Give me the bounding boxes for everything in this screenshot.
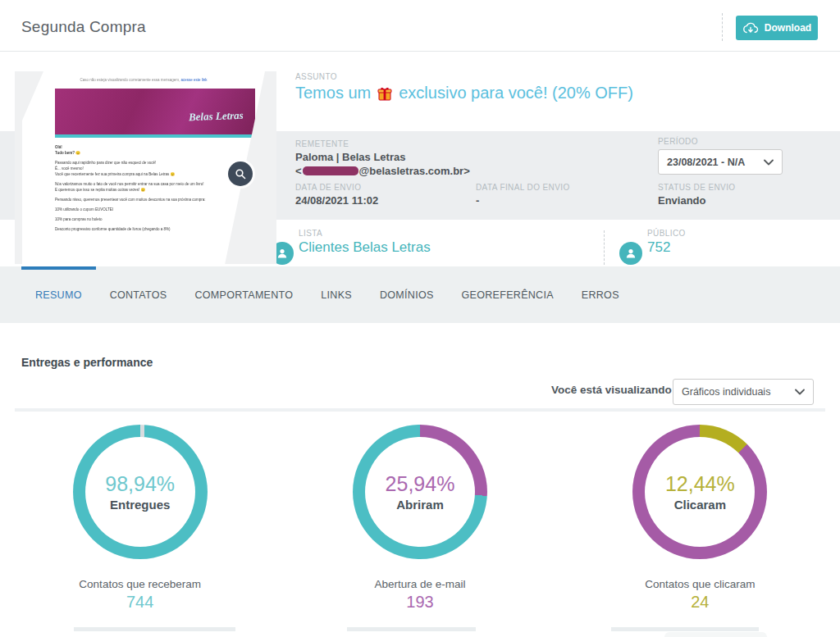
opened-label: Abriram	[396, 498, 444, 512]
next-section-peek	[664, 632, 767, 637]
viewing-label: Você está visualizando	[551, 384, 672, 396]
report-tabbar: RESUMO CONTATOS COMPORTAMENTO LINKS DOMÍ…	[0, 266, 840, 323]
opened-stat-value: 193	[374, 593, 465, 612]
send-date-value: 24/08/2021 11:02	[295, 194, 378, 207]
preview-body: Olá! Tudo bem? 🙂 Passando aqui rapidinho…	[55, 144, 242, 232]
next-section-peek	[347, 627, 476, 631]
opened-percentage: 25,94%	[386, 472, 455, 496]
delivered-stat: Contatos que receberam 744	[79, 578, 201, 612]
tab-erros[interactable]: ERROS	[568, 266, 633, 323]
chart-view-select[interactable]: Gráficos individuais	[673, 379, 814, 405]
sender-email-open: <	[295, 165, 302, 177]
preview-line: Pensando nisso, queremos presentear você…	[55, 197, 242, 202]
clicked-stat-label: Contatos que clicaram	[645, 578, 755, 590]
end-date-block: DATA FINAL DO ENVIO -	[476, 183, 570, 207]
section-divider	[15, 408, 825, 412]
send-status-label: STATUS DE ENVIO	[658, 183, 736, 192]
clicked-percentage: 12,44%	[665, 472, 735, 496]
period-label: PERÍODO	[658, 137, 783, 146]
preview-banner: Belas Letras	[55, 89, 255, 138]
chart-opened: 25,94% Abriram Abertura de e-mail 193	[280, 425, 559, 612]
sender-email-suffix: @belasletras.com.br>	[359, 165, 470, 177]
cloud-download-icon	[742, 22, 759, 34]
delivered-donut-chart: 98,94% Entregues	[73, 425, 208, 559]
opened-donut-center: 25,94% Abriram	[365, 437, 475, 547]
belas-letras-logo: Belas Letras	[189, 109, 244, 124]
preview-line: Tudo bem? 🙂	[55, 150, 242, 156]
subject-text: Temos um exclusivo para você! (20% OFF)	[295, 84, 633, 102]
chevron-down-icon	[795, 389, 805, 395]
preview-line: Nós valorizamos muito o fato de você nos…	[55, 181, 242, 187]
clicked-label: Clicaram	[674, 498, 726, 512]
next-section-peek	[74, 627, 235, 631]
period-select[interactable]: 23/08/2021 - N/A	[658, 149, 783, 175]
send-date-block: DATA DE ENVIO 24/08/2021 11:02	[295, 183, 378, 207]
preview-line: Você que recentemente fez sua primeira c…	[55, 171, 242, 177]
preview-line: 10% utilizando o cupom EUVOLTEI	[55, 207, 242, 212]
delivered-stat-value: 744	[79, 593, 201, 612]
audience-label: PÚBLICO	[647, 229, 686, 238]
preview-line: É... você mesmo!	[55, 166, 242, 171]
preview-line: Olá!	[55, 144, 242, 150]
tabs: RESUMO CONTATOS COMPORTAMENTO LINKS DOMÍ…	[21, 266, 633, 323]
audience-avatar	[619, 242, 642, 265]
page-title: Segunda Compra	[21, 18, 146, 36]
section-title: Entregas e performance	[21, 356, 153, 369]
delivered-percentage: 98,94%	[105, 472, 175, 496]
delivered-label: Entregues	[110, 498, 170, 512]
top-header: Segunda Compra Download	[0, 0, 840, 52]
download-button[interactable]: Download	[736, 16, 818, 40]
delivered-stat-label: Contatos que receberam	[79, 578, 201, 590]
audience-block: PÚBLICO 752	[647, 229, 686, 256]
clicked-stat: Contatos que clicaram 24	[645, 578, 755, 612]
send-status-value: Enviando	[658, 194, 736, 207]
tab-contatos[interactable]: CONTATOS	[96, 266, 181, 323]
tab-comportamento[interactable]: COMPORTAMENTO	[180, 266, 307, 323]
person-icon	[619, 242, 642, 265]
subject-part2: exclusivo para você! (20% OFF)	[399, 84, 633, 102]
opened-stat: Abertura de e-mail 193	[374, 578, 465, 612]
list-label: LISTA	[299, 229, 431, 238]
subject-block: ASSUNTO Temos um exclusivo para você! (2…	[295, 72, 633, 102]
end-date-value: -	[476, 194, 570, 207]
tab-resumo[interactable]: RESUMO	[21, 266, 96, 323]
preview-notice: Caso não esteja visualizando corretament…	[22, 78, 265, 82]
chart-delivered: 98,94% Entregues Contatos que receberam …	[0, 425, 280, 612]
chevron-down-icon	[764, 159, 774, 166]
subject-label: ASSUNTO	[295, 72, 633, 81]
preview-line: 10% para compras no boleto	[55, 216, 242, 222]
audience-value: 752	[647, 239, 686, 256]
list-audience-divider	[604, 230, 605, 265]
list-value[interactable]: Clientes Belas Letras	[299, 239, 431, 256]
preview-line: E queremos que isso se repita muitas out…	[55, 187, 242, 193]
subject-part1: Temos um	[295, 84, 371, 102]
preview-zoom-button[interactable]	[228, 162, 253, 186]
redacted-email-bar	[303, 166, 358, 175]
search-icon	[235, 168, 246, 180]
campaign-report-page: Segunda Compra Download ASSUNTO Temos um	[0, 0, 840, 637]
send-date-label: DATA DE ENVIO	[295, 183, 378, 192]
opened-stat-label: Abertura de e-mail	[374, 578, 465, 590]
send-status-block: STATUS DE ENVIO Enviando	[658, 183, 736, 207]
gift-icon	[377, 85, 393, 102]
period-block: PERÍODO 23/08/2021 - N/A	[658, 137, 783, 175]
preview-notice-link: acesse este link	[181, 78, 208, 82]
clicked-stat-value: 24	[645, 593, 755, 612]
clicked-donut-center: 12,44% Clicaram	[645, 437, 755, 547]
preview-notice-text: Caso não esteja visualizando corretament…	[80, 78, 180, 82]
sender-label: REMETENTE	[295, 139, 470, 148]
sender-email: <@belasletras.com.br>	[295, 165, 470, 177]
preview-line: Passando aqui rapidinho para dizer que n…	[55, 160, 242, 166]
tab-georeferencia[interactable]: GEOREFERÊNCIA	[448, 266, 568, 323]
list-block: LISTA Clientes Belas Letras	[299, 229, 431, 256]
tab-dominios[interactable]: DOMÍNIOS	[366, 266, 448, 323]
end-date-label: DATA FINAL DO ENVIO	[476, 183, 570, 192]
next-section-peek	[611, 627, 759, 631]
preview-line: Desconto progressivo conforme quantidade…	[55, 226, 242, 232]
sender-block: REMETENTE Paloma | Belas Letras <@belasl…	[295, 139, 470, 177]
donut-charts-row: 98,94% Entregues Contatos que receberam …	[0, 425, 840, 612]
period-select-value: 23/08/2021 - N/A	[667, 157, 745, 168]
clicked-donut-chart: 12,44% Clicaram	[632, 425, 767, 559]
delivered-donut-center: 98,94% Entregues	[85, 437, 195, 547]
tab-links[interactable]: LINKS	[307, 266, 366, 323]
